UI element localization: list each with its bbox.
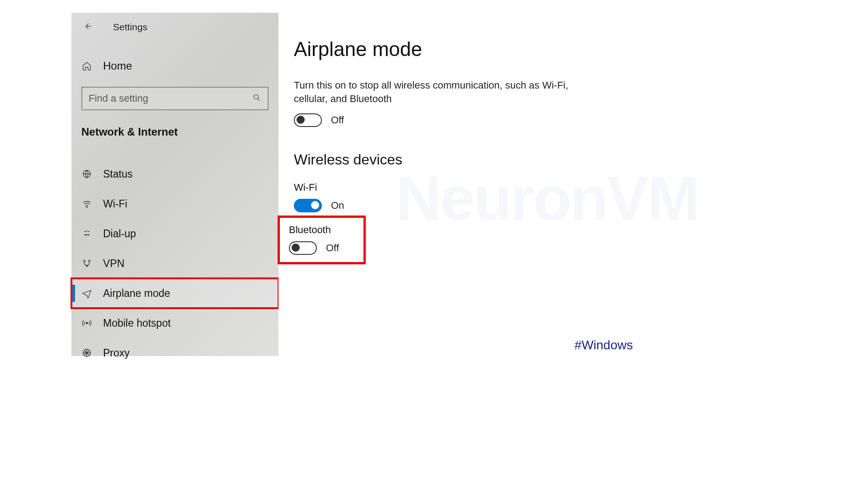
hashtag-annotation: #Windows [575,338,633,352]
bluetooth-toggle-label: Off [326,242,339,254]
wifi-toggle-label: On [331,200,344,211]
nav-label: Proxy [103,347,130,359]
search-box[interactable] [81,87,269,110]
bluetooth-block: Bluetooth Off [289,224,339,255]
wifi-label: Wi-Fi [294,182,632,193]
proxy-icon [81,347,92,358]
nav-item-wifi[interactable]: Wi-Fi [71,189,278,219]
toggle-knob [311,201,319,209]
wifi-toggle[interactable] [294,199,322,212]
home-label: Home [103,60,132,72]
nav-label: Airplane mode [103,287,170,300]
nav-item-vpn[interactable]: VPN [71,249,278,278]
settings-title: Settings [113,22,147,33]
svg-point-4 [86,235,87,235]
svg-point-5 [88,235,89,235]
hotspot-icon [81,318,92,328]
content-pane: NeuronVM Airplane mode Turn this on to s… [278,13,650,356]
search-icon [252,93,261,104]
dialup-icon [81,228,92,239]
search-container [81,87,269,110]
nav-label: Wi-Fi [103,198,127,210]
svg-point-9 [86,322,88,324]
settings-window: Settings Home Network & Internet Stat [71,13,650,356]
home-button[interactable]: Home [71,53,278,79]
nav-label: VPN [103,258,124,270]
nav-item-proxy[interactable]: Proxy [71,338,278,368]
vpn-icon [81,258,92,269]
search-input[interactable] [89,93,236,104]
sidebar: Settings Home Network & Internet Stat [71,13,278,356]
bluetooth-toggle-row: Off [289,241,339,255]
wireless-devices-title: Wireless devices [294,151,632,168]
svg-point-7 [89,260,90,262]
wifi-block: Wi-Fi On [294,182,632,212]
nav-item-status[interactable]: Status [71,159,278,189]
svg-point-3 [85,235,85,235]
airplane-toggle[interactable] [294,113,322,127]
sidebar-header: Settings [71,16,278,38]
nav-label: Status [103,168,132,180]
airplane-icon [81,288,92,299]
toggle-knob [297,116,305,124]
nav-item-airplane[interactable]: Airplane mode [71,278,278,308]
category-title: Network & Internet [81,126,278,138]
selection-indicator [72,285,75,302]
wifi-toggle-row: On [294,199,632,212]
page-description: Turn this on to stop all wireless commun… [294,79,583,105]
back-button[interactable] [82,22,93,33]
nav-label: Mobile hotspot [103,317,171,329]
bluetooth-highlight-box: Bluetooth Off [280,218,363,262]
toggle-knob [292,244,300,252]
nav-item-dialup[interactable]: Dial-up [71,219,278,249]
home-icon [81,61,92,71]
svg-point-0 [254,94,258,99]
bluetooth-label: Bluetooth [289,224,339,236]
airplane-toggle-label: Off [331,114,344,126]
arrow-left-icon [83,22,92,33]
svg-point-6 [84,260,85,262]
wifi-icon [81,198,92,209]
nav-list: Status Wi-Fi Dial-up VPN [71,159,278,368]
nav-label: Dial-up [103,228,136,240]
nav-item-hotspot[interactable]: Mobile hotspot [71,308,278,338]
page-title: Airplane mode [294,38,632,61]
svg-point-2 [86,206,87,207]
status-icon [81,169,92,179]
airplane-toggle-row: Off [294,113,632,127]
bluetooth-toggle[interactable] [289,241,317,255]
